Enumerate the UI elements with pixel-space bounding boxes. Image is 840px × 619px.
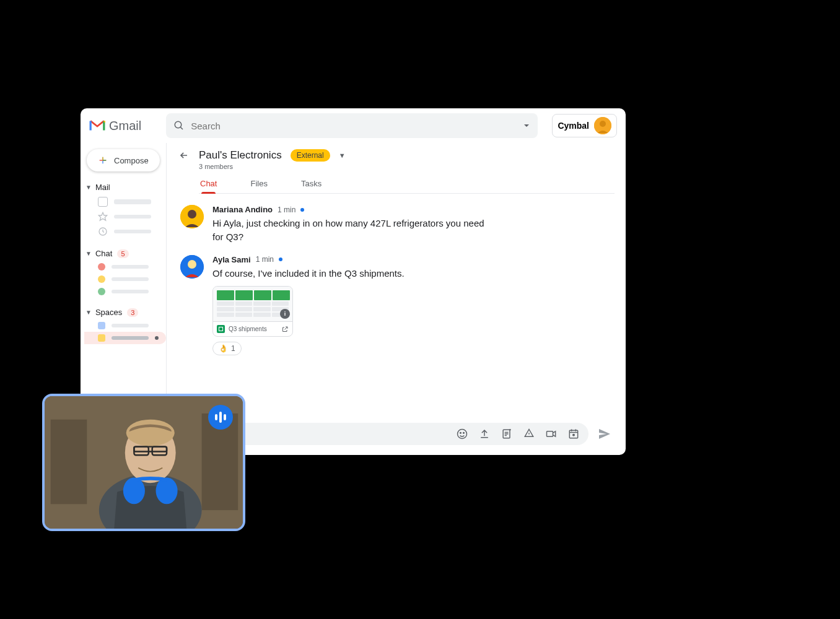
compose-label: Compose bbox=[114, 156, 149, 165]
svg-point-28 bbox=[156, 477, 178, 504]
chat-section-header[interactable]: ▼ Chat 5 bbox=[84, 246, 162, 261]
emoji-icon[interactable] bbox=[456, 428, 468, 440]
tab-files[interactable]: Files bbox=[249, 175, 268, 193]
plus-icon bbox=[98, 155, 108, 165]
search-options-icon[interactable] bbox=[523, 122, 530, 129]
new-message-dot bbox=[279, 258, 282, 261]
svg-point-16 bbox=[573, 434, 575, 436]
mail-section-header[interactable]: ▼ Mail bbox=[84, 180, 162, 194]
message-text: Of course, I've included it in the Q3 sh… bbox=[212, 267, 497, 280]
upload-icon[interactable] bbox=[478, 428, 491, 440]
sidebar-item-inbox[interactable] bbox=[84, 194, 162, 209]
sidebar-section-spaces: ▼ Spaces 3 bbox=[84, 305, 162, 344]
brand-name: Cymbal bbox=[558, 121, 589, 131]
author-avatar[interactable] bbox=[180, 255, 204, 279]
video-icon[interactable] bbox=[545, 428, 558, 440]
attachment-name: Q3 shipments bbox=[229, 326, 278, 332]
svg-point-3 bbox=[600, 121, 606, 127]
clock-icon bbox=[98, 227, 108, 236]
attachment-preview: i bbox=[213, 287, 292, 321]
placeholder-line bbox=[112, 265, 149, 269]
svg-rect-14 bbox=[547, 431, 553, 436]
video-call-tile[interactable] bbox=[42, 394, 245, 531]
spaces-section-header[interactable]: ▼ Spaces 3 bbox=[84, 305, 162, 319]
placeholder-line bbox=[114, 215, 151, 219]
sidebar-chat-item[interactable] bbox=[84, 261, 162, 273]
author-avatar[interactable] bbox=[180, 205, 204, 228]
open-external-icon[interactable] bbox=[281, 326, 289, 333]
svg-marker-4 bbox=[98, 212, 107, 220]
gmail-wordmark: Gmail bbox=[109, 119, 141, 133]
reaction-count: 1 bbox=[231, 344, 235, 353]
chat-count-badge: 5 bbox=[117, 249, 128, 258]
reaction-emoji: 👌 bbox=[219, 344, 228, 353]
speaking-indicator-icon bbox=[208, 405, 233, 430]
message-time: 1 min bbox=[256, 255, 274, 264]
org-brand-chip[interactable]: Cymbal bbox=[552, 114, 617, 137]
caret-down-icon: ▼ bbox=[85, 184, 92, 191]
sidebar-chat-item[interactable] bbox=[84, 273, 162, 285]
placeholder-line bbox=[114, 199, 151, 204]
sidebar-space-item-active[interactable] bbox=[84, 332, 166, 344]
placeholder-line bbox=[112, 277, 149, 281]
sidebar-item-snoozed[interactable] bbox=[84, 224, 162, 239]
space-menu-caret-icon[interactable]: ▼ bbox=[339, 152, 346, 159]
attachment-badge-icon: i bbox=[280, 309, 290, 319]
placeholder-line bbox=[112, 290, 149, 293]
presence-dot bbox=[98, 263, 105, 271]
unread-dot bbox=[155, 336, 159, 340]
gmail-logo-icon bbox=[89, 119, 105, 132]
tab-tasks[interactable]: Tasks bbox=[300, 175, 323, 193]
send-icon[interactable] bbox=[597, 426, 612, 441]
sidebar-section-chat: ▼ Chat 5 bbox=[84, 246, 162, 298]
svg-point-10 bbox=[458, 430, 467, 439]
spaces-count-badge: 3 bbox=[127, 308, 138, 317]
section-label: Chat bbox=[95, 249, 112, 258]
svg-rect-19 bbox=[51, 420, 87, 504]
sidebar-chat-item[interactable] bbox=[84, 285, 162, 298]
new-message-dot bbox=[300, 208, 304, 212]
svg-point-11 bbox=[460, 433, 462, 434]
section-label: Mail bbox=[95, 183, 110, 192]
drive-icon[interactable] bbox=[523, 428, 535, 440]
calendar-icon[interactable] bbox=[567, 428, 580, 440]
caret-down-icon: ▼ bbox=[85, 309, 92, 316]
svg-point-0 bbox=[175, 121, 182, 128]
svg-point-23 bbox=[126, 420, 175, 446]
docs-icon[interactable] bbox=[501, 428, 513, 440]
space-header: Paul's Electronics External ▼ 3 members … bbox=[167, 143, 626, 194]
search-icon bbox=[173, 120, 185, 131]
tab-chat[interactable]: Chat bbox=[199, 175, 218, 193]
sidebar-section-mail: ▼ Mail bbox=[84, 180, 162, 239]
space-tabs: Chat Files Tasks bbox=[199, 175, 615, 194]
space-title: Paul's Electronics bbox=[199, 149, 282, 162]
reaction-chip[interactable]: 👌 1 bbox=[212, 342, 242, 355]
space-color-chip bbox=[98, 322, 105, 329]
svg-point-9 bbox=[188, 260, 196, 269]
user-avatar[interactable] bbox=[594, 117, 611, 134]
presence-dot bbox=[98, 288, 105, 295]
message-author: Ayla Sami bbox=[212, 255, 251, 264]
search-bar[interactable] bbox=[166, 113, 538, 138]
search-input[interactable] bbox=[191, 121, 523, 131]
placeholder-line bbox=[112, 324, 149, 327]
space-color-chip bbox=[98, 334, 105, 342]
svg-point-12 bbox=[463, 433, 465, 434]
app-header: Gmail Cymbal bbox=[81, 108, 626, 143]
inbox-icon bbox=[98, 197, 108, 207]
sidebar-space-item[interactable] bbox=[84, 319, 162, 332]
members-count[interactable]: 3 members bbox=[199, 163, 615, 170]
placeholder-line bbox=[114, 230, 151, 233]
gmail-logo-group[interactable]: Gmail bbox=[89, 119, 141, 133]
compose-button[interactable]: Compose bbox=[87, 149, 160, 171]
sheets-icon bbox=[217, 325, 225, 333]
svg-point-7 bbox=[188, 210, 196, 219]
svg-point-27 bbox=[123, 477, 145, 504]
placeholder-line bbox=[112, 336, 149, 340]
chat-thread: Mariana Andino 1 min Hi Ayla, just check… bbox=[167, 194, 626, 423]
external-badge: External bbox=[291, 149, 330, 162]
section-label: Spaces bbox=[95, 308, 122, 317]
sidebar-item-starred[interactable] bbox=[84, 209, 162, 224]
back-arrow-icon[interactable] bbox=[178, 149, 190, 162]
sheets-attachment[interactable]: i Q3 shipments bbox=[212, 286, 293, 337]
